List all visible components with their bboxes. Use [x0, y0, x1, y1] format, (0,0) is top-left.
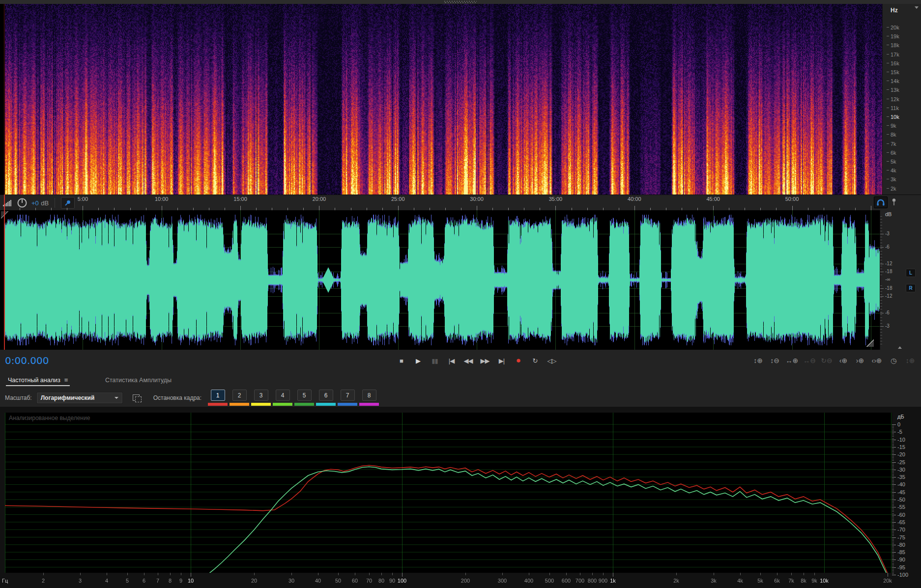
frame-hold-button-2[interactable]: 2: [232, 390, 247, 401]
zoom-in-vertical-button[interactable]: ↕⊕: [752, 355, 764, 366]
tab-frequency-analysis[interactable]: Частотный анализ ≡: [6, 372, 70, 388]
rewind-button[interactable]: ◀◀: [461, 354, 475, 367]
amplitude-minor-tick: [880, 240, 882, 240]
chart-freq-tick-label: 300: [498, 578, 507, 584]
zoom-in-left-of-selection-button[interactable]: ‹⊕: [837, 355, 849, 366]
chart-plot-area[interactable]: Анализированное выделение: [5, 413, 892, 573]
chart-db-tick: [892, 535, 894, 536]
chart-db-tick: [892, 464, 894, 464]
fast-forward-button[interactable]: ▶▶: [478, 354, 492, 367]
frequency-tick: [887, 143, 889, 144]
waveform-display[interactable]: [5, 210, 880, 350]
skip-to-end-button[interactable]: ▶|: [494, 354, 509, 367]
zoom-to-time-button[interactable]: ◷: [888, 355, 899, 366]
clock-gain-icon[interactable]: [17, 197, 28, 208]
chart-freq-tick-label: 10k: [820, 578, 829, 584]
chart-db-tick: [892, 501, 894, 502]
zoom-in-horizontal-button[interactable]: ↔⊕: [786, 355, 799, 366]
amplitude-minor-tick: [880, 237, 882, 237]
scale-dropdown[interactable]: Логарифмический: [36, 392, 123, 404]
play-button[interactable]: ▶: [411, 354, 425, 367]
amplitude-tick-label: -3: [885, 231, 890, 236]
time-display[interactable]: 0:00.000: [5, 355, 49, 366]
time-tick: [162, 206, 162, 210]
record-button[interactable]: ●: [511, 354, 525, 367]
frame-hold-button-1[interactable]: 1: [211, 390, 225, 401]
gain-value[interactable]: +0: [31, 199, 39, 207]
pin-button[interactable]: [61, 197, 75, 209]
frame-hold-color-bar: [359, 403, 379, 406]
copy-frame-button[interactable]: [130, 392, 142, 403]
zoom-in-right-of-selection-button[interactable]: ›⊕: [854, 355, 866, 366]
channel-badge-left[interactable]: L: [906, 269, 916, 277]
time-tick: [398, 206, 399, 210]
drag-handle-icon[interactable]: [444, 1, 477, 3]
chart-freq-tick: [502, 573, 503, 575]
frame-hold-color-bar: [208, 403, 228, 406]
zoom-out-vertical-button[interactable]: ↕⊖: [769, 355, 781, 366]
frame-hold-button-7[interactable]: 7: [341, 390, 355, 401]
amplitude-minor-tick: [880, 263, 882, 263]
chart-db-tick: [892, 448, 894, 449]
chart-db-tick: [892, 516, 894, 517]
chart-db-tick: [892, 537, 896, 538]
chart-freq-tick: [107, 573, 107, 575]
frame-hold-1: 1: [208, 390, 228, 406]
frame-hold-button-5[interactable]: 5: [297, 390, 312, 401]
chart-db-tick: [892, 440, 896, 440]
monitor-button[interactable]: [874, 196, 888, 208]
skip-selection-button[interactable]: ◁▷: [545, 354, 559, 367]
tab-amplitude-statistics[interactable]: Статистика Амплитуды: [103, 372, 173, 388]
timeline-ruler[interactable]: +0 dB 5:0010:0015:0020:0025:0030:0035:00…: [0, 195, 921, 211]
skip-to-start-button[interactable]: |◀: [444, 354, 459, 367]
frequency-tick: [887, 54, 889, 55]
chart-db-tick: [892, 460, 894, 461]
amplitude-minor-tick: [880, 254, 882, 254]
time-tick-label: 40:00: [628, 196, 641, 202]
chart-db-tick-label: -45: [897, 489, 905, 495]
chart-db-tick: [892, 483, 894, 483]
scale-scroll-up-icon[interactable]: [898, 346, 902, 349]
frame-hold-button-6[interactable]: 6: [319, 390, 333, 401]
time-tick-label: 20:00: [313, 196, 326, 202]
chart-db-tick: [892, 424, 896, 425]
scale-menu-triangle-icon[interactable]: [915, 6, 919, 9]
frame-hold-button-8[interactable]: 8: [362, 390, 376, 401]
chart-freq-tick: [791, 573, 792, 575]
analysis-tabs: Частотный анализ ≡ Статистика Амплитуды: [0, 372, 921, 388]
amplitude-minor-tick: [880, 314, 882, 315]
chart-freq-tick: [170, 573, 171, 575]
panel-corner-grabber[interactable]: [1, 211, 9, 219]
amplitude-major-tick: [880, 313, 884, 313]
stop-button[interactable]: ■: [394, 354, 408, 367]
chart-freq-tick: [580, 573, 580, 575]
marker-pin-icon[interactable]: [891, 198, 897, 207]
frame-hold-7: 7: [338, 390, 357, 406]
panel-corner-grabber[interactable]: [866, 339, 874, 347]
loop-playback-button[interactable]: ↻: [528, 354, 542, 367]
frequency-tick: [887, 99, 889, 99]
chart-freq-tick: [566, 573, 567, 575]
panel-menu-icon[interactable]: ≡: [64, 376, 68, 384]
playhead-line[interactable]: [4, 195, 5, 350]
frequency-scale[interactable]: Hz 20k19k18k17k16k15k14k13k12k11k10k9k8k…: [882, 4, 921, 195]
time-tick: [871, 206, 871, 210]
chart-freq-tick-label: 4k: [737, 578, 743, 584]
zoom-to-selection-button[interactable]: ‹›⊕: [871, 355, 883, 366]
chart-db-tick-label: -75: [897, 534, 905, 540]
amplitude-scale[interactable]: dB -3-3-6-6-12-12-18-18-∞ L R: [880, 210, 921, 350]
frame-hold-5: 5: [294, 390, 314, 406]
active-tab-underline: [6, 385, 70, 386]
frame-hold-button-3[interactable]: 3: [254, 390, 268, 401]
chart-db-tick: [892, 566, 894, 566]
amplitude-major-tick: [880, 326, 884, 327]
frame-hold-2: 2: [230, 390, 249, 406]
pause-button[interactable]: ▮▮: [428, 354, 442, 367]
spectrogram-display[interactable]: [5, 4, 882, 195]
chart-db-tick: [892, 518, 894, 518]
frequency-tick-label: 18k: [891, 42, 899, 48]
frequency-tick-label: 3k: [891, 176, 896, 182]
chart-db-tick: [892, 438, 894, 439]
channel-badge-right[interactable]: R: [906, 284, 916, 292]
frame-hold-button-4[interactable]: 4: [276, 390, 290, 401]
